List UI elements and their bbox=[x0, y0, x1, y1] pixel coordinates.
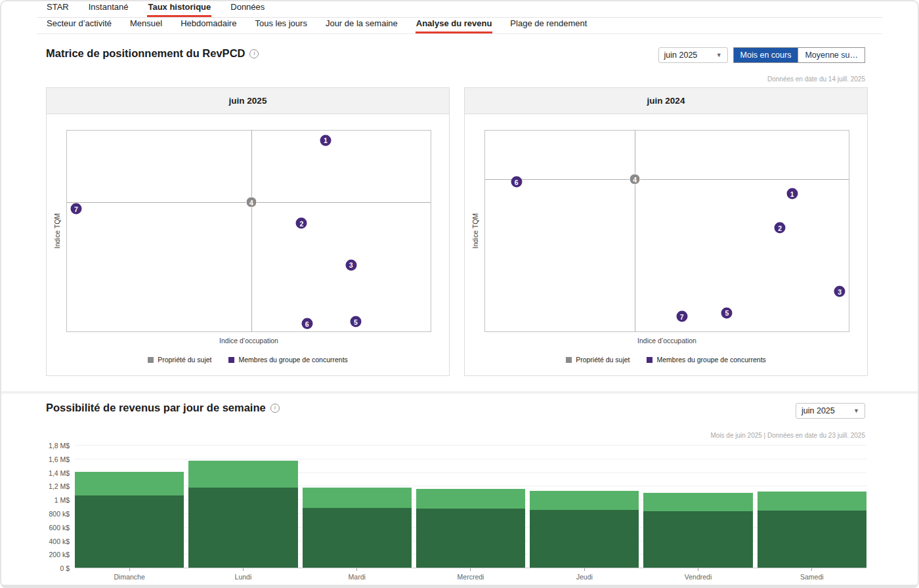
x-axis-category-label: Vendredi bbox=[685, 573, 712, 581]
nav-item[interactable]: Tous les jours bbox=[254, 16, 307, 33]
x-axis-category: Samedi bbox=[758, 568, 866, 581]
bar-segment-base bbox=[416, 509, 525, 568]
matrix-point-7[interactable]: 7 bbox=[70, 203, 81, 215]
matrix-point-6[interactable]: 6 bbox=[511, 177, 522, 188]
revenue-chart: 0 $200 k$400 k$600 k$800 k$1 M$1,2 M$1,4… bbox=[46, 442, 866, 584]
x-axis-category: Dimanche bbox=[75, 568, 184, 581]
matrix-point-2[interactable]: 2 bbox=[296, 218, 307, 229]
legend-label: Propriété du sujet bbox=[158, 356, 211, 364]
matrix-section-title-row: Matrice de positionnement du RevPCD i bbox=[46, 47, 259, 60]
matrix-point-1[interactable]: 1 bbox=[320, 135, 331, 146]
matrix-point-2[interactable]: 2 bbox=[775, 222, 786, 234]
y-tick-label: 800 k$ bbox=[49, 510, 70, 518]
axis-tick bbox=[356, 568, 357, 571]
bar-segment-base bbox=[643, 511, 752, 568]
matrix-point-4[interactable]: 4 bbox=[246, 197, 257, 208]
matrix-card-title: juin 2025 bbox=[47, 88, 449, 114]
gridline bbox=[75, 568, 866, 568]
matrix-point-3[interactable]: 3 bbox=[345, 259, 356, 270]
legend-swatch bbox=[148, 357, 154, 363]
nav-item[interactable]: Plage de rendement bbox=[509, 16, 588, 33]
bar-segment-base bbox=[188, 488, 297, 569]
matrix-plot-0: 1234567 bbox=[66, 130, 431, 332]
page-title: Matrice de positionnement du RevPCD bbox=[46, 47, 245, 60]
revenue-controls: juin 2025 ▼ bbox=[796, 403, 865, 419]
axis-tick bbox=[243, 568, 244, 571]
x-axis-category: Lundi bbox=[188, 568, 297, 581]
legend-swatch bbox=[228, 357, 234, 363]
bar-segment-opportunity bbox=[416, 489, 525, 509]
y-tick-label: 600 k$ bbox=[49, 524, 70, 532]
quadrant-line-horizontal bbox=[485, 179, 849, 180]
legend-label: Propriété du sujet bbox=[576, 356, 630, 364]
matrix-controls: juin 2025 ▼ Mois en coursMoyenne su… bbox=[658, 47, 865, 63]
y-tick-label: 1,4 M$ bbox=[49, 469, 70, 477]
y-tick-label: 200 k$ bbox=[49, 551, 70, 558]
nav-item[interactable]: Jour de la semaine bbox=[325, 16, 398, 33]
quadrant-line-vertical bbox=[635, 131, 635, 331]
matrix-point-7[interactable]: 7 bbox=[676, 311, 687, 322]
matrix-point-6[interactable]: 6 bbox=[301, 318, 312, 329]
matrix-card-current: juin 2025 Indice TQM 1234567 Indice d’oc… bbox=[46, 87, 450, 376]
revenue-xlabels: DimancheLundiMardiMercrediJeudiVendrediS… bbox=[75, 568, 866, 581]
x-axis-category-label: Mardi bbox=[349, 573, 366, 581]
toggle-option[interactable]: Mois en cours bbox=[734, 48, 798, 62]
legend-label: Membres du groupe de concurrents bbox=[656, 356, 765, 364]
bar-segment-base bbox=[75, 495, 184, 568]
chevron-down-icon: ▼ bbox=[716, 52, 722, 58]
bar-lundi[interactable] bbox=[188, 442, 297, 568]
y-tick-label: 1 M$ bbox=[54, 496, 70, 504]
revenue-month-select[interactable]: juin 2025 ▼ bbox=[796, 403, 865, 419]
toggle-option[interactable]: Moyenne su… bbox=[798, 48, 865, 62]
bar-vendredi[interactable] bbox=[643, 442, 752, 568]
bar-segment-base bbox=[303, 508, 412, 568]
bar-mardi[interactable] bbox=[303, 442, 412, 568]
x-axis-category: Jeudi bbox=[530, 568, 639, 581]
info-icon[interactable]: i bbox=[249, 49, 259, 58]
y-tick-label: 1,8 M$ bbox=[49, 442, 70, 450]
matrix-point-5[interactable]: 5 bbox=[721, 307, 733, 318]
bar-mercredi[interactable] bbox=[416, 442, 525, 568]
nav-item[interactable]: Secteur d’activité bbox=[46, 16, 112, 33]
revenue-bars bbox=[75, 442, 866, 568]
nav-item[interactable]: Mensuel bbox=[129, 16, 163, 33]
nav-item[interactable]: Instantané bbox=[88, 0, 129, 17]
y-tick-label: 400 k$ bbox=[49, 537, 70, 545]
matrix-month-select[interactable]: juin 2025 ▼ bbox=[658, 47, 728, 63]
revenue-yaxis: 0 $200 k$400 k$600 k$800 k$1 M$1,2 M$1,4… bbox=[46, 442, 70, 568]
section-divider bbox=[1, 391, 918, 394]
matrix-mode-toggle: Mois en coursMoyenne su… bbox=[733, 47, 865, 63]
y-tick-label: 1,6 M$ bbox=[49, 455, 70, 463]
revenue-plot bbox=[75, 442, 866, 568]
bar-segment-opportunity bbox=[303, 488, 412, 508]
x-axis-category-label: Samedi bbox=[800, 573, 824, 581]
matrix-point-5[interactable]: 5 bbox=[350, 316, 361, 327]
bar-dimanche[interactable] bbox=[75, 442, 184, 568]
primary-nav: STARInstantanéTaux historiqueDonnées bbox=[37, 0, 882, 18]
matrix-month-select-value: juin 2025 bbox=[664, 51, 698, 60]
chevron-down-icon: ▼ bbox=[853, 408, 859, 414]
legend-item: Propriété du sujet bbox=[148, 356, 211, 364]
bar-segment-opportunity bbox=[643, 493, 752, 511]
matrix-point-1[interactable]: 1 bbox=[786, 188, 798, 200]
nav-item[interactable]: Données bbox=[230, 0, 265, 17]
matrix-point-4[interactable]: 4 bbox=[630, 174, 641, 185]
info-icon[interactable]: i bbox=[270, 404, 280, 413]
bar-samedi[interactable] bbox=[758, 442, 866, 568]
matrix-plot-1: 1234567 bbox=[484, 130, 849, 332]
matrix-point-3[interactable]: 3 bbox=[834, 286, 845, 297]
matrix-legend: Propriété du sujetMembres du groupe de c… bbox=[465, 356, 867, 364]
nav-item[interactable]: Taux historique bbox=[147, 0, 211, 17]
revenue-month-select-value: juin 2025 bbox=[801, 406, 835, 415]
legend-swatch bbox=[566, 357, 572, 363]
nav-item[interactable]: Hebdomadaire bbox=[180, 16, 237, 33]
x-axis-label: Indice d’occupation bbox=[66, 337, 431, 345]
legend-label: Membres du groupe de concurrents bbox=[238, 356, 347, 364]
bar-jeudi[interactable] bbox=[530, 442, 639, 568]
bar-segment-base bbox=[758, 511, 866, 568]
axis-tick bbox=[129, 568, 130, 571]
nav-item[interactable]: Analyse du revenu bbox=[416, 16, 493, 33]
window-bottom-edge bbox=[1, 585, 918, 588]
nav-item[interactable]: STAR bbox=[46, 0, 70, 17]
matrix-card-prior: juin 2024 Indice TQM 1234567 Indice d’oc… bbox=[464, 87, 868, 376]
